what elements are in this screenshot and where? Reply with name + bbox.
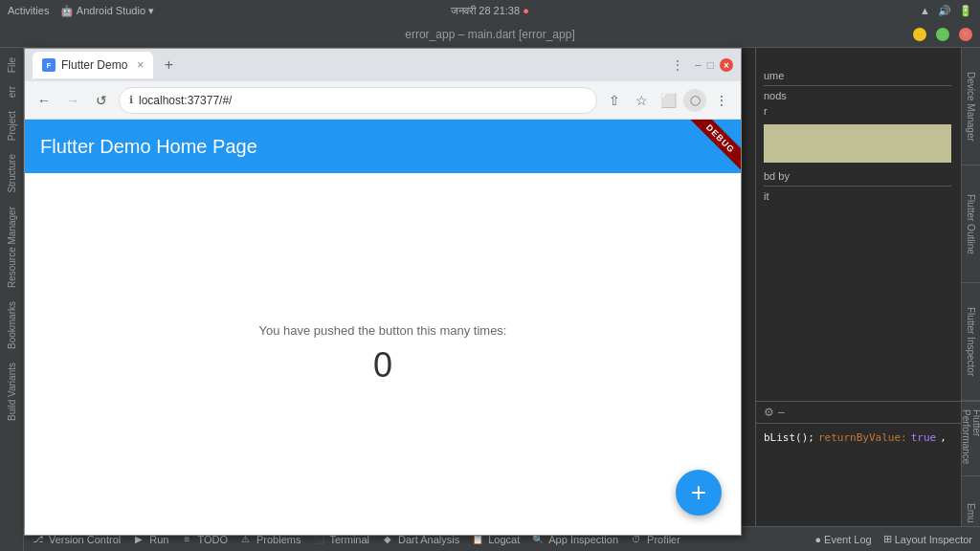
content-area: F Flutter Demo × + ⋮ – □ × ← → ↺	[24, 48, 980, 551]
app-name-label: 🤖 Android Studio ▾	[60, 5, 154, 17]
sound-icon: 🔊	[938, 5, 951, 17]
panel-toolbar: ⋮	[764, 55, 972, 66]
address-text: localhost:37377/#/	[139, 94, 232, 107]
device-button[interactable]: ⬜	[657, 89, 679, 112]
collapse-icon[interactable]: –	[778, 406, 785, 419]
main-layout: File err Project Structure Resource Mana…	[0, 48, 980, 551]
flutter-outline-label[interactable]: Flutter Outline	[962, 165, 980, 283]
new-tab-button[interactable]: +	[157, 54, 180, 77]
back-button[interactable]: ←	[33, 89, 56, 112]
panel-divider-1	[764, 85, 951, 86]
panel-line-4: bd by	[764, 170, 972, 182]
debug-label: DEBUG	[689, 120, 741, 170]
browser-window: F Flutter Demo × + ⋮ – □ × ← → ↺	[24, 48, 742, 536]
browser-close-btn[interactable]: ×	[720, 58, 733, 72]
sidebar-item-file[interactable]: File	[5, 52, 19, 78]
lock-icon: ℹ	[129, 94, 133, 106]
sidebar-item-resource-manager[interactable]: Resource Manager	[5, 201, 19, 294]
address-bar[interactable]: ℹ localhost:37377/#/	[119, 87, 597, 114]
panel-highlight	[764, 124, 951, 163]
sidebar-item-bookmarks[interactable]: Bookmarks	[5, 296, 19, 355]
flutter-inspector-label[interactable]: Flutter Inspector	[962, 283, 980, 401]
flutter-performance-label[interactable]: Flutter Performance	[962, 402, 980, 476]
app-bar-title: Flutter Demo Home Page	[40, 136, 257, 158]
window-controls: – □ ×	[913, 28, 972, 41]
layout-inspector-item[interactable]: ⊞ Layout Inspector	[883, 533, 972, 545]
maximize-button[interactable]: □	[936, 28, 949, 41]
bookmark-button[interactable]: ☆	[630, 89, 653, 112]
tab-label: Flutter Demo	[61, 58, 127, 72]
panel-line-5: it	[764, 190, 972, 202]
browser-content: Flutter Demo Home Page DEBUG You have pu…	[25, 120, 741, 535]
browser-minimize-btn[interactable]: –	[695, 58, 702, 72]
window-title: error_app – main.dart [error_app]	[405, 28, 574, 41]
layout-inspector-label: Layout Inspector	[895, 534, 972, 545]
sidebar-item-structure[interactable]: Structure	[5, 148, 19, 199]
browser-tab[interactable]: F Flutter Demo ×	[33, 52, 153, 78]
panel-line-3: r	[764, 105, 972, 117]
right-panel: ⋮ ume nods r bd by it Device Manager Flu…	[755, 48, 980, 551]
counter-value: 0	[373, 345, 392, 386]
event-log-icon: ●	[814, 534, 821, 545]
menu-button[interactable]: ⋮	[710, 89, 733, 112]
left-sidebar: File err Project Structure Resource Mana…	[0, 48, 24, 551]
browser-body: You have pushed the button this many tim…	[25, 173, 741, 535]
share-button[interactable]: ⇧	[603, 89, 626, 112]
tab-close-button[interactable]: ×	[137, 58, 144, 72]
layout-inspector-icon: ⊞	[883, 533, 892, 545]
app-bar: Flutter Demo Home Page DEBUG	[25, 120, 741, 173]
browser-maximize-btn[interactable]: □	[707, 58, 714, 72]
sidebar-item-project[interactable]: Project	[5, 105, 19, 146]
close-button[interactable]: ×	[959, 28, 972, 41]
nav-actions: ⇧ ☆ ⬜ ◯ ⋮	[603, 89, 733, 112]
profile-button[interactable]: ◯	[683, 89, 706, 112]
bottom-right: ● Event Log ⊞ Layout Inspector	[814, 533, 972, 545]
title-bar: error_app – main.dart [error_app] – □ ×	[0, 21, 980, 48]
code-line-1: bList(); returnByValue: true ,	[764, 431, 972, 444]
activities-label[interactable]: Activities	[8, 5, 49, 17]
minimize-button[interactable]: –	[913, 28, 926, 41]
panel-divider-2	[764, 186, 951, 187]
system-bar: Activities 🤖 Android Studio ▾ जनवरी 28 2…	[0, 0, 980, 21]
wifi-icon: ▲	[920, 5, 930, 16]
right-panel-top: ⋮ ume nods r bd by it Device Manager Flu…	[756, 48, 980, 402]
panel-line-2: nods	[764, 90, 972, 101]
flutter-icon: F	[42, 58, 56, 72]
editor-icons: ⚙ –	[764, 406, 785, 419]
system-bar-center: जनवरी 28 21:38 ●	[451, 5, 529, 17]
debug-banner: DEBUG	[674, 120, 741, 187]
tab-menu-button[interactable]: ⋮	[672, 58, 683, 72]
right-sidebar-labels: Device Manager Flutter Outline Flutter I…	[961, 48, 980, 401]
browser-nav-bar: ← → ↺ ℹ localhost:37377/#/ ⇧ ☆ ⬜ ◯ ⋮	[25, 81, 741, 120]
event-log-item[interactable]: ● Event Log	[814, 534, 871, 545]
forward-button[interactable]: →	[61, 89, 84, 112]
sidebar-item-err[interactable]: err	[5, 80, 19, 103]
browser-tab-bar: F Flutter Demo × + ⋮ – □ ×	[25, 49, 741, 81]
event-log-label: Event Log	[824, 534, 872, 545]
panel-line-1: ume	[764, 70, 972, 81]
sidebar-item-build-variants[interactable]: Build Variants	[5, 357, 19, 427]
right-panel-editor: bList(); returnByValue: true ,	[756, 424, 980, 452]
system-bar-right: ▲ 🔊 🔋	[920, 5, 972, 17]
system-bar-left: Activities 🤖 Android Studio ▾	[8, 5, 154, 17]
browser-window-controls: – □ ×	[695, 58, 733, 72]
reload-button[interactable]: ↺	[90, 89, 113, 112]
battery-icon: 🔋	[959, 5, 972, 17]
editor-toolbar: ⚙ – ⊞	[756, 402, 980, 424]
device-manager-label[interactable]: Device Manager	[962, 48, 980, 165]
counter-text: You have pushed the button this many tim…	[259, 323, 507, 338]
settings-icon[interactable]: ⚙	[764, 406, 774, 419]
fab-button[interactable]: +	[676, 470, 722, 516]
